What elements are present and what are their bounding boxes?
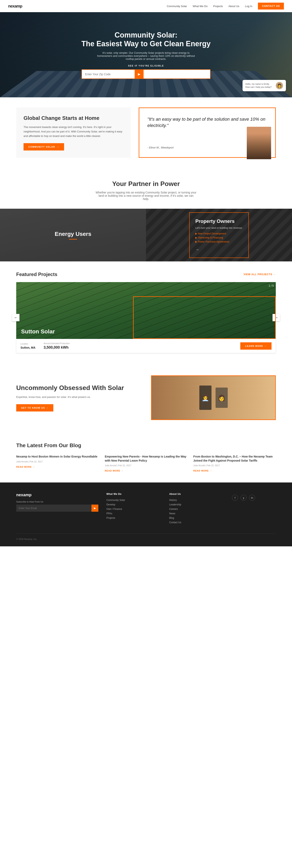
footer-brand-col: nexamp Subscribe to Hear From Us ▶ [16,493,98,525]
partner-section: Your Partner in Power Whether you're tap… [0,168,292,209]
property-link-2[interactable]: ▶ Ownership & Financing [195,236,242,239]
footer-own-finance[interactable]: Own / Finance [106,507,161,510]
footer-social-col: f y in [232,493,276,525]
energy-panels: Energy Users Property Owners Let's turn … [0,209,292,261]
footer-contact-us[interactable]: Contact Us [169,521,224,524]
global-change-body: The movement towards clean energy isn't … [24,125,123,138]
navbar: nexamp Community Solar What We Do Projec… [0,0,292,12]
footer-email-submit[interactable]: ▶ [92,504,98,512]
footer-ppas[interactable]: PPAs [106,512,161,515]
zip-submit-button[interactable]: ▶ [135,70,143,79]
blog-post-2-title: Empowering New Parents - How Nexamp is L… [105,455,187,463]
view-all-projects-link[interactable]: VIEW ALL PROJECTS → [244,273,276,276]
linkedin-icon[interactable]: in [249,495,255,501]
global-change-left: Global Change Starts at Home The movemen… [16,107,131,158]
carousel-counter: 1 / 5 [269,284,274,287]
project-card-border [133,296,276,339]
zip-form: ▶ [82,69,211,79]
footer-projects[interactable]: Projects [106,517,161,519]
blog-post-2: Empowering New Parents - How Nexamp is L… [105,455,187,472]
footer-develop[interactable]: Develop [106,503,161,506]
subscribe-label: Subscribe to Hear From Us [16,500,98,503]
blog-post-1-byline: Julie Arnold | Feb 22, 2017 [16,460,99,463]
property-owners-label: Property Owners [195,218,242,224]
partner-description: Whether you're tapping into an existing … [95,191,197,200]
hero-headline: Community Solar: The Easiest Way to Get … [82,31,211,48]
featured-projects-header: Featured Projects VIEW ALL PROJECTS → [16,272,276,277]
footer-bottom: © 2018 Nexamp, Inc. [16,534,276,540]
project-location: Location Sutton, MA [21,343,35,349]
contact-us-button[interactable]: CONTACT US [258,3,284,9]
learn-more-button[interactable]: LEARN MORE → [240,342,271,350]
global-change-heading: Global Change Starts at Home [24,115,123,122]
blog-heading: The Latest From Our Blog [16,442,276,448]
footer-logo: nexamp [16,493,98,497]
nav-log-in[interactable]: Log In [245,5,252,8]
energy-users-label: Energy Users [55,231,92,237]
footer-about-us-heading: About Us [169,493,224,495]
hero-section: Community Solar: The Easiest Way to Get … [0,12,292,97]
nav-about-us[interactable]: About Us [229,5,239,8]
footer-subscribe: Subscribe to Hear From Us ▶ [16,500,98,512]
facebook-icon[interactable]: f [232,495,238,501]
property-owners-panel[interactable]: Property Owners Let's turn your land or … [146,209,292,261]
social-links: f y in [232,495,276,501]
testimonial-person-image [247,127,271,159]
blog-post-3-read-more[interactable]: READ MORE → [193,469,212,472]
footer-careers[interactable]: Careers [169,507,224,510]
blog-grid: Nexamp to Host Boston Women in Solar Ene… [16,455,276,472]
chat-avatar: 👩 [276,82,283,89]
blog-post-1: Nexamp to Host Boston Women in Solar Ene… [16,455,99,472]
uncommonly-right: 👩‍💼 👩 [151,375,276,420]
footer-what-we-do-heading: What We Do [106,493,161,495]
footer-email-input[interactable] [16,504,92,512]
uncommonly-section: Uncommonly Obsessed With Solar Expertise… [0,363,292,432]
panel-arrow-icon: → [195,248,199,252]
uncommonly-heading: Uncommonly Obsessed With Solar [16,384,141,392]
blog-post-2-byline: Julie Arnold | Feb 22, 2017 [105,464,187,467]
footer-community-solar[interactable]: Community Solar [106,499,161,501]
chat-bubble[interactable]: Hello, my name is Emily. How can I help … [242,80,286,91]
footer-history[interactable]: History [169,499,224,501]
blog-post-3-title: From Boston to Washington, D.C. – How th… [193,455,276,463]
blog-post-2-read-more[interactable]: READ MORE → [105,469,124,472]
global-change-right: "It's an easy way to be part of the solu… [139,107,276,158]
uncommonly-image: 👩‍💼 👩 [151,375,276,420]
property-link-3[interactable]: ▶ Power Purchase Agreements [195,240,242,243]
nav-what-we-do[interactable]: What We Do [193,5,207,8]
partner-heading: Your Partner in Power [16,180,276,188]
featured-projects-heading: Featured Projects [16,272,57,277]
hero-content: Community Solar: The Easiest Way to Get … [73,31,219,79]
twitter-icon[interactable]: y [240,495,247,501]
nav-logo[interactable]: nexamp [8,4,22,8]
property-link-1[interactable]: ▶ New Project Development [195,232,242,235]
property-owners-description: Let's turn your land or building into re… [195,226,242,229]
uncommonly-left: Uncommonly Obsessed With Solar Expertise… [16,384,141,411]
blog-post-3-byline: Julie Arnold | Feb 22, 2017 [193,464,276,467]
footer-leadership[interactable]: Leadership [169,503,224,506]
footer-blog[interactable]: Blog [169,517,224,519]
energy-users-panel[interactable]: Energy Users [0,209,146,261]
get-to-know-us-button[interactable]: GET TO KNOW US → [16,404,53,411]
blog-post-1-read-more[interactable]: READ MORE → [16,466,35,468]
projects-carousel: 1 / 5 Sutton Solar ← → Location Sutton, … [16,282,276,353]
zip-input[interactable] [82,70,135,78]
project-card: 1 / 5 Sutton Solar [16,282,276,339]
community-solar-button[interactable]: COMMUNITY SOLAR → [24,143,64,151]
nav-links: Community Solar What We Do Projects Abou… [167,3,284,9]
global-change-section: Global Change Starts at Home The movemen… [0,97,292,168]
arrow-icon: → [57,146,59,148]
nav-community-solar[interactable]: Community Solar [167,5,187,8]
nav-projects[interactable]: Projects [213,5,223,8]
footer: nexamp Subscribe to Hear From Us ▶ What … [0,483,292,546]
uncommonly-body: Expertise, know-how, and passion for sol… [16,395,141,399]
see-eligible-label: SEE IF YOU'RE ELIGIBLE [82,64,211,67]
carousel-prev-button[interactable]: ← [12,314,20,321]
chat-message: Hello, my name is Emily. How can I help … [246,83,274,89]
footer-what-we-do-col: What We Do Community Solar Develop Own /… [106,493,161,525]
hero-description: It's solar, only simpler. Our Community … [95,51,197,60]
project-name-overlay: Sutton Solar [21,328,55,335]
footer-news[interactable]: News [169,512,224,515]
project-production: Annual Estimated Production 3,500,000 kW… [43,342,70,350]
blog-post-1-title: Nexamp to Host Boston Women in Solar Ene… [16,455,99,459]
